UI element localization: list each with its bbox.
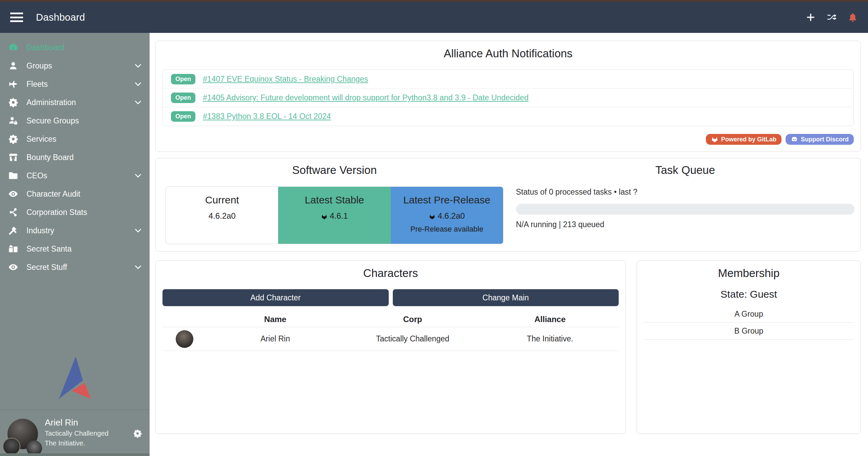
character-avatar <box>176 330 193 348</box>
chevron-down-icon <box>134 98 142 106</box>
shuffle-icon[interactable] <box>827 12 837 22</box>
version-current-cell: Current 4.6.2a0 <box>166 187 278 244</box>
user-corp: Tactically Challenged <box>45 430 109 437</box>
sidebar-bottom-strip <box>0 453 150 456</box>
notifications-list: Open #1407 EVE Equinox Status - Breaking… <box>162 70 854 126</box>
main-content: Alliance Auth Notifications Open #1407 E… <box>150 33 868 456</box>
gitlab-fox-icon <box>429 213 436 219</box>
chevron-down-icon <box>134 172 142 180</box>
navbar-actions <box>806 12 858 22</box>
task-queue-progress-bar <box>516 204 854 215</box>
sidebar-item-fleets[interactable]: Fleets <box>0 75 150 93</box>
cell-character-name: Ariel Rin <box>207 334 344 343</box>
notifications-footer: Powered by GitLab Support Discord <box>706 134 854 145</box>
notification-row: Open #1383 Python 3.8 EOL - 14 Oct 2024 <box>163 107 853 126</box>
page-title: Dashboard <box>36 12 85 23</box>
share-icon <box>8 207 18 217</box>
notification-row: Open #1407 EVE Equinox Status - Breaking… <box>163 70 853 88</box>
sidebar-item-ceos[interactable]: CEOs <box>0 166 150 185</box>
discord-icon <box>791 136 798 143</box>
chevron-down-icon <box>134 263 142 271</box>
gauge-icon <box>8 42 18 53</box>
user-icon <box>8 61 18 71</box>
cell-character-alliance: The Initiative. <box>481 334 619 343</box>
col-header-corp: Corp <box>344 315 481 324</box>
task-queue-counts: N/A running | 213 queued <box>516 220 604 229</box>
characters-buttons: Add Character Change Main <box>162 289 619 306</box>
status-badge: Open <box>171 93 195 103</box>
eye-icon <box>8 262 18 272</box>
user-lock-icon <box>8 116 18 126</box>
task-queue-status: Status of 0 processed tasks • last ? <box>516 187 637 197</box>
sidebar-item-dashboard[interactable]: Dashboard <box>0 38 150 57</box>
prerelease-note: Pre-Release available <box>391 225 503 234</box>
user-settings-gear-icon[interactable] <box>133 429 142 438</box>
add-icon[interactable] <box>806 12 816 22</box>
sidebar-item-corporation-stats[interactable]: Corporation Stats <box>0 203 150 221</box>
sidebar-item-industry[interactable]: Industry <box>0 221 150 240</box>
gitlab-fox-icon <box>711 136 718 143</box>
sidebar-item-services[interactable]: Services <box>0 130 150 148</box>
corp-logo <box>3 438 20 455</box>
list-item: A Group <box>644 306 854 323</box>
version-prerelease-cell: Latest Pre-Release 4.6.2a0 Pre-Release a… <box>391 187 503 244</box>
cogs-icon <box>8 97 18 107</box>
change-main-button[interactable]: Change Main <box>393 289 619 306</box>
cogs-icon <box>8 134 18 144</box>
eye-icon <box>8 189 18 199</box>
version-stable-cell: Latest Stable 4.6.1 <box>278 187 390 244</box>
status-badge: Open <box>171 111 195 122</box>
cell-character-corp: Tactically Challenged <box>344 334 481 343</box>
col-header-alliance: Alliance <box>481 315 619 324</box>
sidebar-item-administration[interactable]: Administration <box>0 93 150 112</box>
list-item: B Group <box>644 323 854 340</box>
sidebar-item-character-audit[interactable]: Character Audit <box>0 185 150 203</box>
user-alliance: The Initiative. <box>45 439 85 447</box>
store-icon <box>8 152 18 162</box>
support-discord-button[interactable]: Support Discord <box>786 134 854 145</box>
navbar: Dashboard <box>0 2 868 33</box>
characters-table-header: Name Corp Alliance <box>162 312 619 327</box>
menu-toggle-icon[interactable] <box>10 13 23 22</box>
folder-icon <box>8 171 18 181</box>
col-header-name: Name <box>207 315 344 324</box>
fighter-jet-icon <box>8 79 18 89</box>
notifications-title: Alliance Auth Notifications <box>156 41 861 60</box>
sidebar-item-bounty-board[interactable]: Bounty Board <box>0 148 150 166</box>
task-queue-title: Task Queue <box>516 164 854 177</box>
sidebar-item-groups[interactable]: Groups <box>0 57 150 75</box>
notifications-bell-icon[interactable] <box>848 12 858 22</box>
notifications-card: Alliance Auth Notifications Open #1407 E… <box>155 41 861 152</box>
alliance-auth-logo <box>0 356 150 400</box>
user-name: Ariel Rin <box>45 417 78 428</box>
characters-card: Characters Add Character Change Main Nam… <box>155 260 626 434</box>
sidebar-item-secure-groups[interactable]: Secure Groups <box>0 112 150 130</box>
status-badge: Open <box>171 74 195 84</box>
hammer-icon <box>8 225 18 236</box>
powered-by-gitlab-button[interactable]: Powered by GitLab <box>706 134 782 145</box>
chevron-down-icon <box>134 80 142 88</box>
notification-link[interactable]: #1383 Python 3.8 EOL - 14 Oct 2024 <box>203 112 331 121</box>
membership-title: Membership <box>637 261 861 280</box>
gifts-icon <box>8 244 18 254</box>
add-character-button[interactable]: Add Character <box>162 289 389 306</box>
software-taskqueue-card: Software Version Task Queue Current 4.6.… <box>155 158 861 252</box>
sidebar-menu: Dashboard Groups Fleets Administration S… <box>0 33 150 276</box>
chevron-down-icon <box>134 226 142 235</box>
sidebar-item-secret-stuff[interactable]: Secret Stuff <box>0 258 150 276</box>
software-version-title: Software Version <box>166 164 503 177</box>
user-panel: Ariel Rin Tactically Challenged The Init… <box>0 410 150 453</box>
table-row: Ariel Rin Tactically Challenged The Init… <box>162 327 619 351</box>
membership-groups-list: A Group B Group <box>644 306 854 340</box>
screen: Dashboard Dashboard Groups Fleets <box>0 0 868 456</box>
gitlab-fox-icon <box>321 213 328 219</box>
notification-link[interactable]: #1405 Advisory: Future development will … <box>203 93 528 102</box>
notification-link[interactable]: #1407 EVE Equinox Status - Breaking Chan… <box>203 75 368 84</box>
membership-card: Membership State: Guest A Group B Group <box>637 260 861 434</box>
notification-row: Open #1405 Advisory: Future development … <box>163 88 853 107</box>
membership-state: State: Guest <box>637 289 861 300</box>
version-table: Current 4.6.2a0 Latest Stable 4.6.1 Late… <box>166 186 503 244</box>
sidebar-item-secret-santa[interactable]: Secret Santa <box>0 240 150 258</box>
characters-title: Characters <box>156 261 625 280</box>
sidebar: Dashboard Groups Fleets Administration S… <box>0 33 150 456</box>
